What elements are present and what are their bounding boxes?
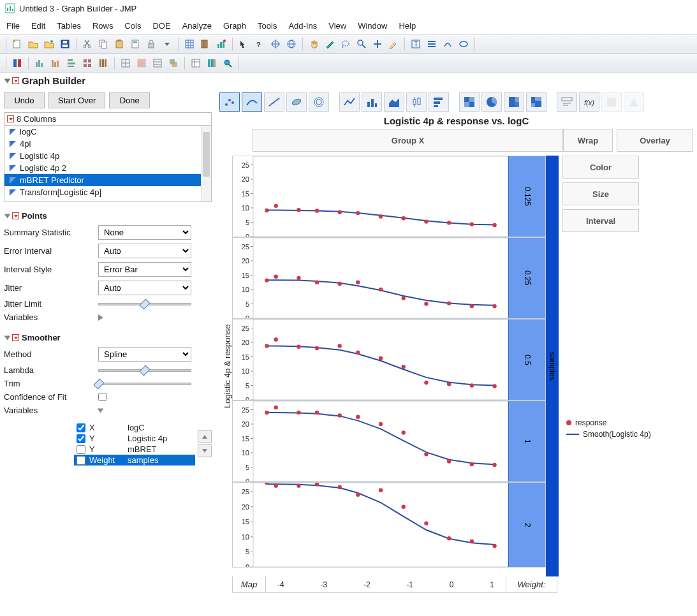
- ct-caption-icon[interactable]: [557, 92, 577, 112]
- start-over-button[interactable]: Start Over: [48, 92, 105, 108]
- dropzone-wrap[interactable]: Wrap: [563, 129, 613, 152]
- trim-slider[interactable]: [98, 383, 191, 385]
- ct-bar-icon[interactable]: [362, 92, 382, 112]
- dropzone-interval[interactable]: Interval: [562, 209, 639, 232]
- tb-new-icon[interactable]: [10, 37, 24, 51]
- summary-select[interactable]: None: [98, 225, 191, 240]
- ct-mosaic-icon[interactable]: [526, 92, 547, 112]
- points-header[interactable]: Points: [4, 209, 212, 223]
- menu-graph[interactable]: Graph: [223, 21, 246, 31]
- ct-heat-icon[interactable]: [459, 92, 480, 112]
- ct-contour-icon[interactable]: [309, 92, 329, 112]
- map-button[interactable]: Map: [233, 576, 266, 592]
- dropzone-overlay[interactable]: Overlay: [617, 129, 693, 152]
- redtriangle-icon[interactable]: [12, 212, 19, 219]
- ct-hbar-icon[interactable]: [429, 92, 449, 112]
- tb-save-icon[interactable]: [58, 37, 72, 51]
- variables-disclosure-icon[interactable]: [98, 408, 104, 413]
- disclosure-icon[interactable]: [4, 214, 11, 218]
- tb-globe-icon[interactable]: [284, 37, 298, 51]
- ct-ellipse-icon[interactable]: [286, 92, 307, 112]
- tb2-g2-icon[interactable]: [48, 56, 62, 70]
- menu-tools[interactable]: Tools: [258, 21, 277, 31]
- error-select[interactable]: Auto: [98, 244, 191, 258]
- tb-help-icon[interactable]: ?: [253, 37, 267, 51]
- columns-list[interactable]: logC 4pl Logistic 4p Logistic 4p 2 mBRET…: [4, 126, 212, 202]
- var-check-weight[interactable]: [77, 456, 85, 465]
- tb-text-icon[interactable]: T: [409, 37, 423, 51]
- ct-box-icon[interactable]: [406, 92, 427, 112]
- move-down-button[interactable]: [198, 444, 212, 457]
- tb2-g4-icon[interactable]: [80, 56, 94, 70]
- menu-tables[interactable]: Tables: [57, 21, 81, 31]
- tb-chart-icon[interactable]: [214, 37, 228, 51]
- tb2-g1-icon[interactable]: [33, 56, 47, 70]
- menu-analyze[interactable]: Analyze: [182, 21, 212, 31]
- tb-pencil-icon[interactable]: [386, 37, 400, 51]
- jitter-limit-slider[interactable]: [98, 303, 191, 305]
- ct-lineoffit-icon[interactable]: [264, 92, 284, 112]
- weight-zone[interactable]: Weight:: [506, 576, 557, 592]
- lambda-slider[interactable]: [98, 369, 191, 372]
- tb-open-icon[interactable]: [26, 37, 40, 51]
- ct-points-icon[interactable]: [219, 92, 240, 112]
- ct-treemap-icon[interactable]: [504, 92, 524, 112]
- ct-formula-icon[interactable]: f(x): [579, 92, 599, 112]
- menu-addins[interactable]: Add-Ins: [288, 21, 317, 31]
- menu-doe[interactable]: DOE: [152, 21, 170, 31]
- dropzone-size[interactable]: Size: [562, 182, 639, 205]
- tb-clipboard-icon[interactable]: [128, 37, 142, 51]
- scrollbar[interactable]: [201, 126, 211, 202]
- ct-area-icon[interactable]: [384, 92, 404, 112]
- menu-file[interactable]: File: [6, 21, 20, 31]
- tb-target-icon[interactable]: [268, 37, 282, 51]
- move-up-button[interactable]: [198, 430, 212, 443]
- menu-window[interactable]: Window: [358, 21, 387, 31]
- ct-smoother-icon[interactable]: [242, 92, 262, 112]
- tb2-table-icon[interactable]: [189, 56, 203, 70]
- menu-edit[interactable]: Edit: [31, 21, 45, 31]
- menu-help[interactable]: Help: [399, 21, 416, 31]
- variables-disclosure-icon[interactable]: [98, 314, 103, 321]
- tb2-grid2-icon[interactable]: [135, 56, 149, 70]
- tb-lock-icon[interactable]: [144, 37, 158, 51]
- tb-table-icon[interactable]: [182, 37, 196, 51]
- var-check-y1[interactable]: [77, 434, 85, 443]
- ct-pie-icon[interactable]: [481, 92, 502, 112]
- tb2-grid1-icon[interactable]: [119, 56, 133, 70]
- tb2-overlap-icon[interactable]: [166, 56, 180, 70]
- redtriangle-icon[interactable]: [12, 77, 19, 84]
- disclosure-icon[interactable]: [4, 335, 11, 340]
- tb2-colgrid-icon[interactable]: [205, 56, 219, 70]
- undo-button[interactable]: Undo: [4, 92, 45, 108]
- done-button[interactable]: Done: [109, 92, 150, 108]
- tb2-search-icon[interactable]: [221, 56, 235, 70]
- redtriangle-icon[interactable]: [7, 115, 14, 122]
- smoother-header[interactable]: Smoother: [4, 330, 212, 345]
- tb-open2-icon[interactable]: [42, 37, 56, 51]
- tb-hand-icon[interactable]: [307, 37, 321, 51]
- tb-lines-icon[interactable]: [425, 37, 439, 51]
- tb-lasso-icon[interactable]: [339, 37, 353, 51]
- tb-shape-icon[interactable]: [441, 37, 455, 51]
- tb2-split-icon[interactable]: [10, 56, 24, 70]
- jitter-select[interactable]: Auto: [98, 281, 191, 295]
- var-check-x[interactable]: [77, 423, 85, 432]
- dropzone-group-x[interactable]: Group X: [253, 129, 563, 152]
- dropzone-color[interactable]: Color: [562, 156, 639, 179]
- tb-crosshair-icon[interactable]: [371, 37, 385, 51]
- columns-header[interactable]: 8 Columns: [4, 112, 212, 126]
- tb-paste-icon[interactable]: [112, 37, 126, 51]
- tb-ellipse-icon[interactable]: [457, 37, 471, 51]
- style-select[interactable]: Error Bar: [98, 262, 191, 277]
- tb-brush-icon[interactable]: [323, 37, 337, 51]
- tb2-g3-icon[interactable]: [64, 56, 78, 70]
- tb-zoom-icon[interactable]: [355, 37, 369, 51]
- tb2-g5-icon[interactable]: [96, 56, 110, 70]
- tb-arrow-icon[interactable]: [237, 37, 251, 51]
- tb-copy-icon[interactable]: [96, 37, 110, 51]
- menu-rows[interactable]: Rows: [92, 21, 114, 31]
- cof-checkbox[interactable]: [98, 393, 106, 401]
- menu-view[interactable]: View: [328, 21, 346, 31]
- disclosure-icon[interactable]: [4, 78, 11, 83]
